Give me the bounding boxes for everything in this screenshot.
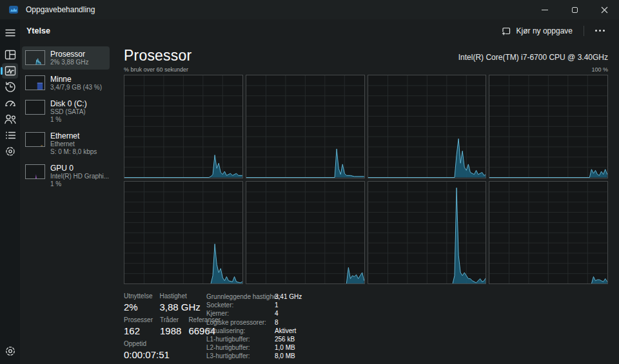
sidebar-item-thumbnail	[25, 50, 45, 65]
spec-label: L3-hurtigbuffer:	[206, 352, 275, 360]
stat-value: 2%	[124, 302, 152, 312]
cpu-core-graph-1[interactable]	[124, 75, 243, 178]
spec-label: Grunnleggende hastighet:	[206, 292, 275, 301]
spec-value: 8	[275, 318, 279, 327]
gear-icon	[3, 343, 18, 359]
stat-label: Utnyttelse	[124, 292, 152, 300]
cpu-stats: Utnyttelse 2% Hastighet 3,88 GHz Prosess…	[124, 284, 608, 364]
toolbar-separator	[584, 26, 584, 36]
sidebar-item-thumbnail	[25, 164, 45, 179]
cpu-usage-chart-grid	[124, 75, 608, 284]
spec-label: L2-hurtigbuffer:	[206, 343, 275, 352]
stat-cell: Tråder 1988	[160, 316, 181, 336]
cpu-model-name: Intel(R) Core(TM) i7-6700 CPU @ 3.40GHz	[458, 53, 608, 64]
cpu-panel-title: Prosessor	[124, 47, 458, 64]
spec-value: 4	[275, 309, 279, 318]
sidebar-item-title: Minne	[50, 75, 102, 84]
cpu-core-graph-8[interactable]	[489, 181, 608, 285]
spec-label: Kjerner:	[206, 309, 275, 318]
sidebar-item-subtitle2: 1 %	[50, 116, 87, 124]
cpu-panel: Prosessor Intel(R) Core(TM) i7-6700 CPU …	[115, 42, 619, 364]
users-icon	[3, 111, 18, 127]
close-icon	[601, 6, 608, 14]
spec-value: Aktivert	[275, 327, 296, 335]
sidebar-item-gpu-0[interactable]: GPU 0 Intel(R) HD Graphi... 1 %	[22, 160, 110, 191]
stat-cell: Hastighet 3,88 GHz	[159, 292, 200, 312]
spec-label: Virtualisering:	[206, 327, 275, 335]
stat-value: 3,88 GHz	[159, 302, 200, 312]
sidebar-item-disk-0-c-[interactable]: Disk 0 (C:) SSD (SATA) 1 %	[22, 96, 110, 126]
spec-value: 8,0 MB	[275, 352, 295, 360]
sidebar-item-subtitle: SSD (SATA)	[50, 108, 87, 116]
close-button[interactable]	[589, 0, 619, 19]
page-title: Ytelse	[26, 26, 496, 35]
minimize-button[interactable]	[530, 0, 560, 19]
more-options-button[interactable]	[590, 26, 610, 35]
sidebar-item-thumbnail	[25, 132, 45, 147]
run-new-task-button[interactable]: Kjør ny oppgave	[496, 23, 578, 39]
spec-value: 3,41 GHz	[275, 292, 302, 301]
spec-row: Socketer: 1	[206, 301, 302, 309]
cpu-core-graph-6[interactable]	[246, 181, 365, 285]
sidebar-item-ethernet[interactable]: Ethernet Ethernet S: 0 M: 8,0 kbps	[22, 128, 110, 158]
sidebar-item-subtitle: Intel(R) HD Graphi...	[50, 173, 106, 180]
sidebar-item-thumbnail	[25, 100, 45, 115]
sidebar-item-details[interactable]	[2, 128, 18, 143]
minimize-icon	[542, 10, 548, 10]
spec-row: L2-hurtigbuffer: 1,0 MB	[206, 343, 302, 352]
spec-row: Logiske prosessorer: 8	[206, 318, 302, 327]
sidebar-item-title: Ethernet	[50, 131, 97, 140]
stat-value: 0:00:07:51	[124, 349, 170, 360]
sidebar-item-title: GPU 0	[50, 164, 106, 173]
spec-label: Socketer:	[206, 301, 275, 309]
sidebar-item-title: Prosessor	[50, 50, 88, 59]
spec-label: L1-hurtigbuffer:	[206, 335, 275, 343]
stat-group: Prosesser 162 Tråder 1988 Referanser 669…	[124, 316, 206, 336]
cpu-core-graph-7[interactable]	[368, 181, 487, 285]
sidebar-item-subtitle2: 1 %	[50, 180, 106, 188]
ellipsis-icon	[595, 30, 597, 32]
sidebar-item-subtitle2: S: 0 M: 8,0 kbps	[50, 148, 97, 156]
stat-group: Oppetid 0:00:07:51	[124, 340, 206, 360]
sidebar-item-subtitle: Ethernet	[50, 140, 97, 148]
app-history-icon	[3, 79, 18, 95]
sidebar-item-users[interactable]	[2, 111, 18, 127]
stat-label: Oppetid	[124, 340, 170, 347]
stat-value: 162	[124, 325, 153, 336]
task-manager-window: Oppgavebehandling	[0, 0, 619, 364]
cpu-stats-right: Grunnleggende hastighet: 3,41 GHz Socket…	[206, 292, 302, 364]
menu-button[interactable]	[2, 25, 18, 41]
details-icon	[3, 128, 18, 143]
performance-icon	[3, 63, 18, 79]
startup-apps-icon	[3, 95, 18, 111]
sidebar-item-startup-apps[interactable]	[2, 95, 18, 111]
sidebar-item-subtitle: 3,4/7,9 GB (43 %)	[50, 84, 102, 91]
maximize-button[interactable]	[560, 0, 589, 19]
spec-row: Virtualisering: Aktivert	[206, 327, 302, 335]
cpu-core-graph-2[interactable]	[246, 75, 365, 178]
sidebar-item-app-history[interactable]	[2, 79, 18, 95]
cpu-core-graph-5[interactable]	[124, 181, 243, 285]
stat-cell: Prosesser 162	[124, 316, 153, 336]
sidebar-item-prosessor[interactable]: Prosessor 2% 3,88 GHz	[22, 46, 110, 70]
window-title: Oppgavebehandling	[26, 5, 530, 14]
cpu-core-graph-4[interactable]	[489, 75, 608, 178]
stat-label: Prosesser	[124, 316, 153, 323]
sidebar-item-services[interactable]	[2, 144, 18, 159]
stat-cell: Utnyttelse 2%	[124, 292, 152, 312]
spec-value: 256 kB	[275, 335, 295, 343]
spec-row: Grunnleggende hastighet: 3,41 GHz	[206, 292, 302, 301]
performance-sidebar: Prosessor 2% 3,88 GHz Minne 3,4/7,9 GB (…	[20, 42, 115, 364]
spec-value: 1	[275, 301, 279, 309]
selected-indicator	[1, 67, 3, 75]
sidebar-item-minne[interactable]: Minne 3,4/7,9 GB (43 %)	[22, 72, 110, 95]
sidebar-item-performance[interactable]	[2, 63, 18, 79]
navigation-rail	[0, 19, 20, 364]
stat-label: Tråder	[160, 316, 181, 323]
sidebar-item-processes[interactable]	[2, 47, 18, 62]
settings-button[interactable]	[2, 343, 18, 359]
spec-row: Kjerner: 4	[206, 309, 302, 318]
cpu-stats-left: Utnyttelse 2% Hastighet 3,88 GHz Prosess…	[124, 292, 206, 364]
cpu-core-graph-3[interactable]	[368, 75, 487, 178]
stat-label: Hastighet	[159, 292, 200, 300]
